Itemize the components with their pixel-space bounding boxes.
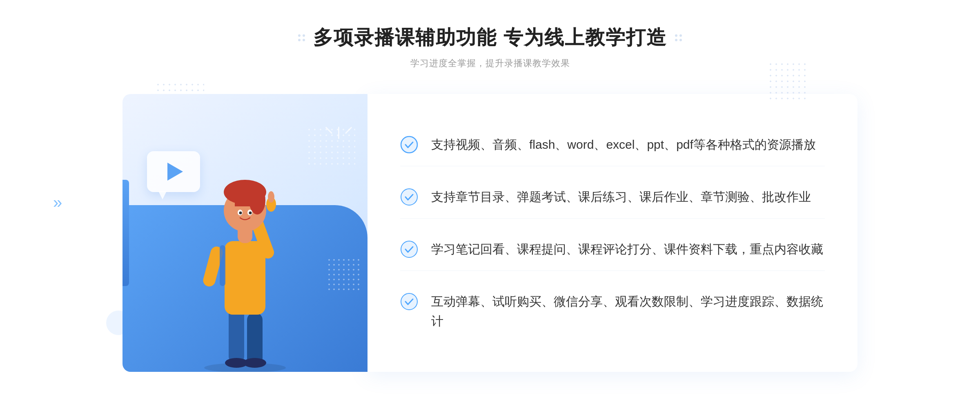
- feature-text-1: 支持视频、音频、flash、word、excel、ppt、pdf等各种格式的资源…: [431, 135, 816, 154]
- svg-point-17: [239, 212, 242, 215]
- svg-point-4: [243, 358, 266, 368]
- dots-decoration-right: [768, 61, 808, 102]
- title-dots-right: [675, 34, 682, 41]
- svg-point-23: [401, 241, 417, 257]
- person-illustration: [176, 151, 314, 372]
- title-row: 多项录播课辅助功能 专为线上教学打造: [0, 25, 980, 51]
- page-wrapper: » 多项录播课辅助功能 专为线上教学打造: [0, 0, 980, 398]
- dot-grid-2: [327, 257, 359, 290]
- main-title: 多项录播课辅助功能 专为线上教学打造: [313, 25, 666, 51]
- check-icon-3: [400, 240, 418, 258]
- svg-rect-1: [229, 306, 244, 364]
- sub-title: 学习进度全掌握，提升录播课教学效果: [0, 57, 980, 69]
- feature-item-4: 互动弹幕、试听购买、微信分享、观看次数限制、学习进度跟踪、数据统计: [400, 280, 825, 342]
- svg-rect-2: [247, 313, 263, 366]
- feature-text-4: 互动弹幕、试听购买、微信分享、观看次数限制、学习进度跟踪、数据统计: [431, 292, 825, 331]
- svg-rect-5: [225, 241, 265, 315]
- page-header: 多项录播课辅助功能 专为线上教学打造 学习进度全掌握，提升录播课教学效果: [0, 25, 980, 69]
- blue-bar: [122, 180, 129, 286]
- feature-text-2: 支持章节目录、弹题考试、课后练习、课后作业、章节测验、批改作业: [431, 187, 811, 207]
- feature-item-2: 支持章节目录、弹题考试、课后练习、课后作业、章节测验、批改作业: [400, 176, 825, 219]
- feature-item-3: 学习笔记回看、课程提问、课程评论打分、课件资料下载，重点内容收藏: [400, 228, 825, 271]
- svg-point-18: [249, 212, 252, 215]
- arrow-decoration-left: »: [53, 193, 62, 212]
- check-icon-2: [400, 188, 418, 206]
- check-icon-1: [400, 136, 418, 154]
- content-area: 支持视频、音频、flash、word、excel、ppt、pdf等各种格式的资源…: [122, 94, 858, 372]
- svg-point-8: [268, 191, 274, 203]
- svg-point-24: [401, 293, 417, 310]
- check-icon-4: [400, 293, 418, 311]
- title-dots-left: [298, 34, 305, 41]
- svg-point-22: [401, 189, 417, 205]
- illustration-panel: [122, 94, 368, 372]
- feature-text-3: 学习笔记回看、课程提问、课程评论打分、课件资料下载，重点内容收藏: [431, 239, 823, 259]
- svg-rect-14: [235, 190, 255, 206]
- svg-rect-19: [220, 245, 225, 286]
- content-panel: 支持视频、音频、flash、word、excel、ppt、pdf等各种格式的资源…: [368, 94, 858, 372]
- feature-item-1: 支持视频、音频、flash、word、excel、ppt、pdf等各种格式的资源…: [400, 123, 825, 166]
